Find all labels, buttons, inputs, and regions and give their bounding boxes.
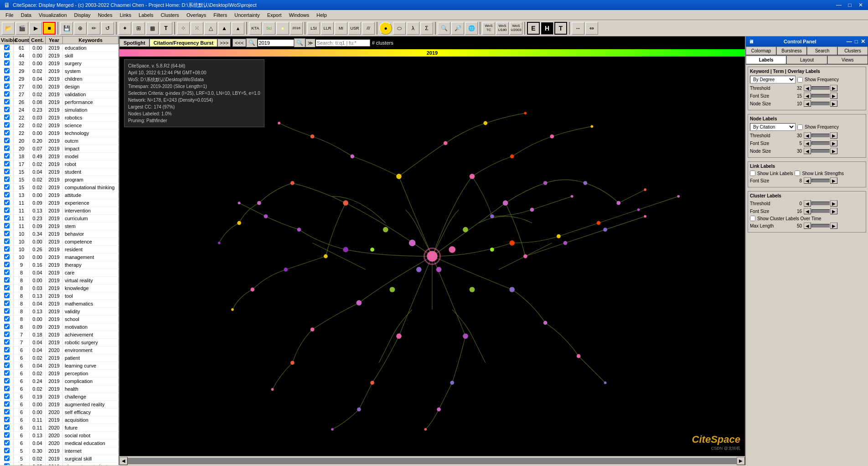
tri2-button[interactable]: ▲ — [218, 22, 231, 35]
row-checkbox[interactable] — [4, 68, 10, 73]
mi-button[interactable]: MI — [335, 22, 347, 35]
zoom-in-button[interactable]: 🔍 — [294, 38, 305, 47]
tab-colormap[interactable]: Colormap — [746, 47, 776, 55]
menu-item-filters[interactable]: Filters — [210, 11, 231, 19]
citation-freq-button[interactable]: Citation/Frequency Burst — [150, 39, 217, 47]
menu-item-help[interactable]: Help — [313, 11, 331, 19]
H-button[interactable]: H — [541, 22, 553, 35]
subtab-layout[interactable]: Layout — [786, 56, 827, 64]
table-row[interactable]: 10 0.34 2019 behavior — [0, 230, 119, 238]
llr-button[interactable]: LLR — [321, 22, 334, 35]
cell-visible[interactable] — [0, 238, 14, 245]
cell-visible[interactable] — [0, 106, 14, 114]
row-checkbox[interactable] — [4, 316, 10, 321]
cell-visible[interactable] — [0, 378, 14, 385]
cell-visible[interactable] — [0, 393, 14, 400]
cell-visible[interactable] — [0, 246, 14, 253]
nav-right-button[interactable]: ≫ — [305, 39, 315, 47]
cluster-maxlen-dec[interactable]: ◀ — [804, 223, 811, 229]
menu-item-data[interactable]: Data — [17, 11, 35, 19]
table-row[interactable]: 15 0.04 2019 student — [0, 168, 119, 176]
menu-item-overlays[interactable]: Overlays — [183, 11, 210, 19]
row-checkbox[interactable] — [4, 463, 10, 465]
row-checkbox[interactable] — [4, 324, 10, 329]
cp-close-button[interactable]: ✕ — [861, 38, 865, 45]
play-button[interactable]: ▶ — [29, 22, 42, 35]
show-link-labels-checkbox[interactable] — [750, 171, 755, 176]
table-row[interactable]: 22 0.00 2019 technology — [0, 129, 119, 137]
zoom-out-button[interactable]: 🔍 — [246, 38, 258, 47]
T-button[interactable]: T — [160, 22, 172, 35]
close-button[interactable]: ✕ — [857, 2, 864, 8]
cp-maximize-button[interactable]: □ — [855, 38, 858, 45]
row-checkbox[interactable] — [4, 269, 10, 275]
row-checkbox[interactable] — [4, 207, 10, 213]
cell-visible[interactable] — [0, 98, 14, 106]
table-row[interactable]: 11 0.09 2019 experience — [0, 199, 119, 207]
pen-button[interactable]: ✏ — [88, 22, 100, 35]
cell-visible[interactable] — [0, 401, 14, 408]
scroll-right-button[interactable]: ▶ — [737, 457, 745, 465]
table-row[interactable]: 10 0.26 2019 resident — [0, 246, 119, 254]
subtab-views[interactable]: Views — [827, 56, 868, 64]
cell-visible[interactable] — [0, 75, 14, 83]
row-checkbox[interactable] — [4, 76, 10, 81]
row-checkbox[interactable] — [4, 60, 10, 66]
cluster-threshold-dec[interactable]: ◀ — [804, 200, 811, 207]
cell-visible[interactable] — [0, 370, 14, 377]
menu-item-export[interactable]: Export — [264, 11, 285, 19]
table-row[interactable]: 8 0.04 2019 care — [0, 269, 119, 277]
cell-visible[interactable] — [0, 199, 14, 207]
node-threshold-track[interactable] — [811, 134, 830, 137]
cell-visible[interactable] — [0, 447, 14, 455]
wos-u2003-button[interactable]: WoSU2003 — [510, 22, 522, 35]
show-link-strengths-checkbox[interactable] — [795, 171, 800, 176]
lines-button[interactable]: /// — [362, 22, 375, 35]
row-checkbox[interactable] — [4, 91, 10, 97]
row-checkbox[interactable] — [4, 347, 10, 352]
table-row[interactable]: 6 0.11 2020 future — [0, 424, 119, 432]
cluster-fontsize-track[interactable] — [811, 209, 830, 213]
scroll-left-button[interactable]: ◀ — [119, 457, 128, 465]
cell-visible[interactable] — [0, 316, 14, 323]
node-nodesize-dec[interactable]: ◀ — [804, 148, 811, 154]
row-checkbox[interactable] — [4, 448, 10, 453]
cell-visible[interactable] — [0, 83, 14, 90]
row-checkbox[interactable] — [4, 238, 10, 244]
search-input[interactable] — [315, 39, 370, 47]
row-checkbox[interactable] — [4, 176, 10, 182]
row-checkbox[interactable] — [4, 277, 10, 283]
table-row[interactable]: 6 0.24 2019 complication — [0, 378, 119, 385]
row-checkbox[interactable] — [4, 409, 10, 414]
cell-visible[interactable] — [0, 269, 14, 276]
cell-visible[interactable] — [0, 184, 14, 191]
cell-visible[interactable] — [0, 145, 14, 152]
keyword-threshold-inc[interactable]: ▶ — [830, 85, 837, 91]
table-row[interactable]: 8 0.09 2019 motivation — [0, 323, 119, 331]
link-fontsize-inc[interactable]: ▶ — [830, 177, 837, 184]
menu-item-labels[interactable]: Labels — [135, 11, 157, 19]
keyword-threshold-track[interactable] — [811, 86, 830, 90]
node-nodesize-track[interactable] — [811, 149, 830, 153]
table-row[interactable]: 44 0.00 2019 skill — [0, 52, 119, 60]
cell-visible[interactable] — [0, 207, 14, 214]
keyword-sortby-select[interactable]: By Degree By Citation By Frequency — [750, 76, 796, 83]
cluster-maxlen-inc[interactable]: ▶ — [830, 223, 837, 229]
row-checkbox[interactable] — [4, 432, 10, 438]
row-checkbox[interactable] — [4, 223, 10, 228]
row-checkbox[interactable] — [4, 378, 10, 383]
table-row[interactable]: 17 0.02 2019 robot — [0, 161, 119, 168]
nav-left-button[interactable]: <<< — [232, 39, 246, 47]
table-row[interactable]: 5 0.05 2019 elementary student — [0, 463, 119, 465]
cell-visible[interactable] — [0, 230, 14, 238]
visualization-panel[interactable]: Spotlight Citation/Frequency Burst >>> <… — [119, 36, 745, 465]
open-button[interactable]: 📂 — [2, 22, 15, 35]
circle-button[interactable]: ● — [276, 22, 289, 35]
table-row[interactable]: 7 0.04 2019 robotic surgery — [0, 339, 119, 347]
grid-button[interactable]: ⊞ — [132, 22, 145, 35]
node-threshold-dec[interactable]: ◀ — [804, 132, 811, 139]
cell-visible[interactable] — [0, 277, 14, 284]
cell-visible[interactable] — [0, 440, 14, 447]
row-checkbox[interactable] — [4, 386, 10, 391]
table-row[interactable]: 15 0.02 2019 program — [0, 176, 119, 184]
